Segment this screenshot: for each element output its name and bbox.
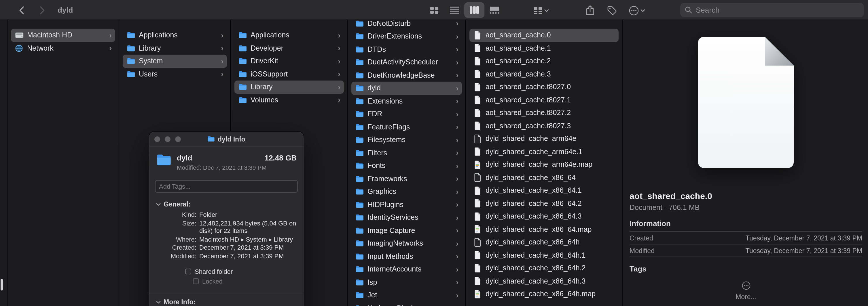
folder-icon bbox=[355, 20, 364, 27]
file-row[interactable]: dyld_shared_cache_x86_64.3 bbox=[469, 210, 619, 223]
more-info-section-header[interactable]: More Info: bbox=[149, 293, 304, 306]
file-row[interactable]: aot_shared_cache.2 bbox=[469, 55, 619, 68]
list-view-button[interactable] bbox=[444, 2, 464, 18]
folder-row[interactable]: Library› bbox=[123, 42, 227, 55]
folder-row[interactable]: System› bbox=[123, 55, 227, 68]
doc-icon bbox=[473, 31, 482, 40]
scrollbar-thumb[interactable] bbox=[1, 279, 3, 291]
size-value: 12,482,221,934 bytes (5.04 GB on disk) f… bbox=[199, 219, 298, 235]
chevron-right-icon: › bbox=[456, 124, 459, 131]
file-row[interactable]: dyld_shared_cache_x86_64.2 bbox=[469, 197, 619, 210]
folder-row[interactable]: Filesystems› bbox=[351, 133, 462, 146]
file-row[interactable]: aot_shared_cache.0 bbox=[469, 29, 619, 42]
file-row[interactable]: dyld_shared_cache_x86_64.1 bbox=[469, 184, 619, 197]
folder-row[interactable]: Isp› bbox=[351, 276, 462, 289]
search-field[interactable] bbox=[680, 3, 864, 17]
file-row[interactable]: dyld_shared_cache_x86_64h.1 bbox=[469, 249, 619, 262]
doc-outline-icon bbox=[473, 135, 482, 143]
tag-icon bbox=[607, 6, 617, 15]
locked-checkbox[interactable] bbox=[193, 278, 199, 284]
file-row[interactable]: aot_shared_cache.t8027.2 bbox=[469, 106, 619, 120]
folder-row[interactable]: DoNotDisturb› bbox=[351, 20, 462, 30]
folder-row[interactable]: Input Methods› bbox=[351, 250, 462, 263]
gallery-view-button[interactable] bbox=[485, 2, 504, 18]
folder-row[interactable]: Applications› bbox=[123, 29, 227, 42]
folder-row[interactable]: KerberosPlugins› bbox=[351, 302, 462, 306]
folder-row[interactable]: Macintosh HD› bbox=[11, 29, 115, 42]
more-link[interactable]: More... bbox=[629, 293, 862, 300]
minimize-button[interactable] bbox=[165, 136, 170, 142]
back-button[interactable] bbox=[15, 4, 28, 17]
folder-row[interactable]: DuetActivityScheduler› bbox=[351, 56, 462, 69]
kind-label: Kind: bbox=[153, 211, 196, 219]
folder-row[interactable]: Extensions› bbox=[351, 95, 462, 108]
share-button[interactable] bbox=[582, 3, 598, 17]
doc-map-icon bbox=[473, 290, 482, 299]
folder-row[interactable]: IdentityServices› bbox=[351, 211, 462, 224]
icon-view-button[interactable] bbox=[424, 2, 444, 18]
file-row[interactable]: dyld_shared_cache_x86_64h bbox=[469, 236, 619, 249]
file-row[interactable]: dyld_shared_cache_x86_64h.map bbox=[469, 287, 619, 301]
file-row[interactable]: dyld_shared_cache_arm64e.map bbox=[469, 158, 619, 171]
folder-row[interactable]: DTDs› bbox=[351, 43, 462, 56]
file-row[interactable]: aot_shared_cache.1 bbox=[469, 42, 619, 55]
folder-row[interactable]: InternetAccounts› bbox=[351, 263, 462, 276]
folder-row[interactable]: dyld› bbox=[351, 82, 462, 95]
close-button[interactable] bbox=[154, 136, 160, 142]
folder-icon bbox=[156, 154, 172, 166]
folder-row[interactable]: DuetKnowledgeBase› bbox=[351, 69, 462, 82]
folder-row[interactable]: DriverExtensions› bbox=[351, 30, 462, 43]
info-window-title: dyld Info bbox=[149, 135, 304, 142]
folder-row[interactable]: Frameworks› bbox=[351, 172, 462, 185]
folder-row[interactable]: iOSSupport› bbox=[235, 68, 344, 80]
folder-icon bbox=[126, 71, 135, 78]
folder-row[interactable]: Developer› bbox=[235, 42, 344, 55]
more-actions-button[interactable] bbox=[625, 3, 649, 17]
folder-row[interactable]: Network› bbox=[11, 42, 115, 55]
file-row[interactable]: dyld_shared_cache_x86_64 bbox=[469, 171, 619, 184]
zoom-button[interactable] bbox=[175, 136, 181, 142]
folder-icon bbox=[355, 72, 364, 79]
folder-row[interactable]: Image Capture› bbox=[351, 224, 462, 237]
file-row[interactable]: aot_shared_cache.t8027.3 bbox=[469, 120, 619, 132]
item-label: dyld_shared_cache_arm64e.map bbox=[486, 161, 615, 169]
folder-row[interactable]: ImagingNetworks› bbox=[351, 237, 462, 250]
folder-row[interactable]: Graphics› bbox=[351, 185, 462, 198]
file-row[interactable]: aot_shared_cache.3 bbox=[469, 68, 619, 80]
folder-row[interactable]: Library› bbox=[235, 80, 344, 94]
folder-row[interactable]: FDR› bbox=[351, 108, 462, 121]
file-row[interactable]: aot_shared_cache.t8027.1 bbox=[469, 94, 619, 106]
more-ellipsis-icon[interactable] bbox=[629, 281, 862, 290]
general-section-header[interactable]: General: bbox=[149, 193, 304, 210]
file-row[interactable]: dyld_shared_cache_arm64e bbox=[469, 132, 619, 145]
file-row[interactable]: dyld_shared_cache_x86_64h.3 bbox=[469, 275, 619, 287]
group-button[interactable] bbox=[529, 3, 553, 17]
column-view-button[interactable] bbox=[464, 2, 485, 18]
add-tags-input[interactable] bbox=[155, 180, 298, 193]
folder-row[interactable]: Users› bbox=[123, 68, 227, 80]
file-row[interactable]: aot_shared_cache.t8027.0 bbox=[469, 80, 619, 94]
folder-row[interactable]: Filters› bbox=[351, 146, 462, 159]
chevron-right-icon: › bbox=[456, 98, 459, 105]
file-row[interactable]: dyld_shared_cache_x86_64.map bbox=[469, 223, 619, 236]
search-input[interactable] bbox=[696, 6, 859, 14]
folder-row[interactable]: Volumes› bbox=[235, 94, 344, 106]
file-row[interactable]: dyld_shared_cache_arm64e.1 bbox=[469, 145, 619, 158]
tags-button[interactable] bbox=[603, 3, 620, 17]
folder-row[interactable]: DriverKit› bbox=[235, 55, 344, 68]
folder-row[interactable]: HIDPlugins› bbox=[351, 198, 462, 211]
item-label: Jet bbox=[368, 291, 453, 299]
folder-row[interactable]: FeatureFlags› bbox=[351, 121, 462, 133]
folder-icon bbox=[355, 59, 364, 66]
shared-folder-checkbox[interactable] bbox=[185, 269, 191, 274]
folder-row[interactable]: Fonts› bbox=[351, 159, 462, 172]
doc-icon bbox=[473, 57, 482, 66]
chevron-right-icon: › bbox=[221, 58, 223, 65]
folder-row[interactable]: Jet› bbox=[351, 289, 462, 302]
folder-icon bbox=[355, 253, 364, 260]
forward-button[interactable] bbox=[36, 4, 49, 17]
folder-row[interactable]: Applications› bbox=[235, 29, 344, 42]
item-label: DriverKit bbox=[251, 57, 334, 65]
modified-label: Modified: bbox=[153, 252, 196, 260]
file-row[interactable]: dyld_shared_cache_x86_64h.2 bbox=[469, 262, 619, 275]
